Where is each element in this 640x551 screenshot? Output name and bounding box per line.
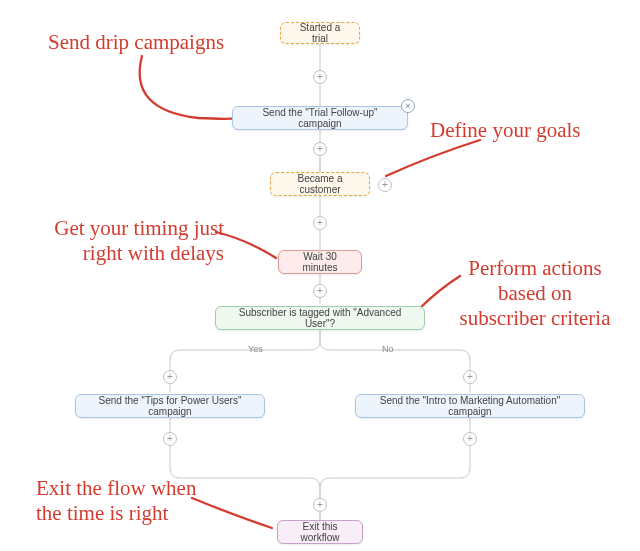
add-step-icon[interactable]: + bbox=[313, 216, 327, 230]
add-step-icon[interactable]: + bbox=[313, 498, 327, 512]
action-power-users[interactable]: Send the "Tips for Power Users" campaign bbox=[75, 394, 265, 418]
add-step-icon[interactable]: + bbox=[313, 284, 327, 298]
add-step-icon[interactable]: + bbox=[163, 432, 177, 446]
node-label: Started a trial bbox=[291, 22, 349, 44]
annotation-drip: Send drip campaigns bbox=[48, 30, 224, 55]
annotation-criteria: Perform actions based on subscriber crit… bbox=[450, 256, 620, 332]
add-step-icon[interactable]: + bbox=[463, 370, 477, 384]
trigger-started-trial[interactable]: Started a trial bbox=[280, 22, 360, 44]
node-label: Exit this workflow bbox=[288, 521, 352, 543]
add-step-icon[interactable]: + bbox=[313, 142, 327, 156]
exit-workflow[interactable]: Exit this workflow bbox=[277, 520, 363, 544]
add-step-icon[interactable]: + bbox=[463, 432, 477, 446]
add-goal-icon[interactable]: + bbox=[378, 178, 392, 192]
anno-arrow-2 bbox=[386, 140, 480, 176]
node-label: Send the "Intro to Marketing Automation"… bbox=[366, 395, 574, 417]
annotation-timing: Get your timing just right with delays bbox=[44, 216, 224, 266]
action-trial-followup[interactable]: Send the "Trial Follow-up" campaign bbox=[232, 106, 408, 130]
condition-advanced-user[interactable]: Subscriber is tagged with "Advanced User… bbox=[215, 306, 425, 330]
annotation-exit: Exit the flow when the time is right bbox=[36, 476, 236, 526]
node-label: Send the "Tips for Power Users" campaign bbox=[86, 395, 254, 417]
branch-label-no: No bbox=[382, 344, 394, 354]
add-step-icon[interactable]: + bbox=[313, 70, 327, 84]
node-label: Became a customer bbox=[281, 173, 359, 195]
node-label: Subscriber is tagged with "Advanced User… bbox=[226, 307, 414, 329]
node-label: Send the "Trial Follow-up" campaign bbox=[243, 107, 397, 129]
action-intro-automation[interactable]: Send the "Intro to Marketing Automation"… bbox=[355, 394, 585, 418]
anno-arrow-1 bbox=[140, 56, 245, 119]
annotation-goals: Define your goals bbox=[430, 118, 580, 143]
add-step-icon[interactable]: + bbox=[163, 370, 177, 384]
delay-30-min[interactable]: Wait 30 minutes bbox=[278, 250, 362, 274]
anno-arrow-3 bbox=[216, 232, 276, 258]
goal-became-customer[interactable]: Became a customer bbox=[270, 172, 370, 196]
node-label: Wait 30 minutes bbox=[289, 251, 351, 273]
close-icon[interactable]: × bbox=[401, 99, 415, 113]
branch-label-yes: Yes bbox=[248, 344, 263, 354]
